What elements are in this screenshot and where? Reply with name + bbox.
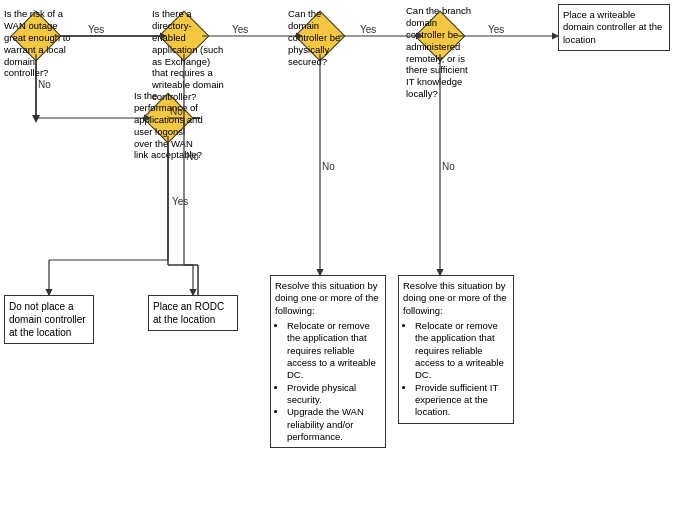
svg-text:Yes: Yes <box>172 196 188 207</box>
diamond-4-label: Can the domain controller be physically … <box>288 8 354 67</box>
svg-text:Yes: Yes <box>232 24 248 35</box>
svg-text:No: No <box>322 161 335 172</box>
svg-text:Yes: Yes <box>488 24 504 35</box>
box-writeable-dc: Place a writeable domain controller at t… <box>558 4 670 51</box>
box-resolve-it: Resolve this situation by doing one or m… <box>398 275 514 424</box>
diamond-5-label: Can the branch domain controller be admi… <box>406 5 478 100</box>
box-rodc: Place an RODC at the location <box>148 295 238 331</box>
svg-marker-3 <box>32 115 40 123</box>
diamond-3-label: Is there a directory-enabled application… <box>152 8 224 103</box>
box-do-not-place: Do not place a domain controller at the … <box>4 295 94 344</box>
svg-text:Yes: Yes <box>360 24 376 35</box>
box-resolve-physical: Resolve this situation by doing one or m… <box>270 275 386 448</box>
svg-text:No: No <box>38 79 51 90</box>
svg-text:No: No <box>442 161 455 172</box>
svg-text:Yes: Yes <box>88 24 104 35</box>
diamond-1-label: Is the risk of a WAN outage great enough… <box>4 8 72 79</box>
flowchart-diagram: Is the risk of a WAN outage great enough… <box>0 0 681 513</box>
